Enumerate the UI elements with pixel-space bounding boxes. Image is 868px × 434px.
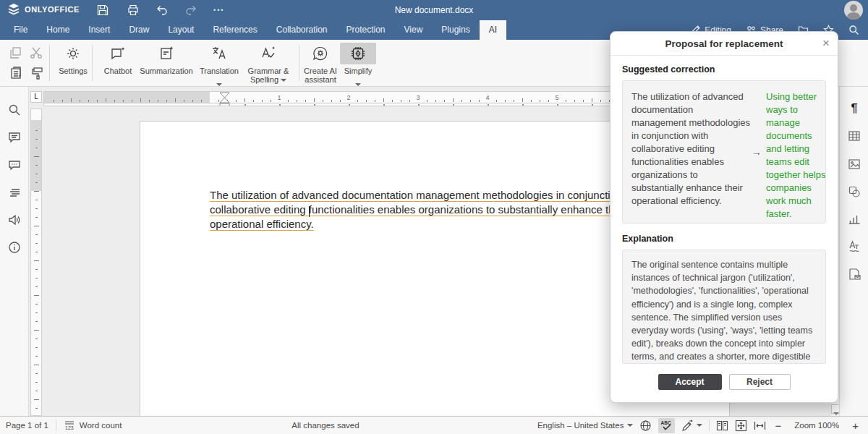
feedback-button[interactable] (8, 213, 21, 226)
translation-icon (210, 45, 228, 62)
ruler-tabstop-tick (557, 104, 558, 106)
fit-to-page-icon[interactable] (735, 420, 747, 432)
svg-text:ABC: ABC (661, 420, 671, 425)
text-line: operational efficiency. (210, 217, 644, 231)
headings-button[interactable] (8, 186, 21, 199)
vertical-ruler[interactable] (30, 109, 42, 416)
header-search-button[interactable] (848, 25, 859, 35)
fit-to-width-icon[interactable] (754, 420, 766, 432)
spellcheck-toggle[interactable]: ABC (658, 418, 675, 433)
tab-view[interactable]: View (395, 20, 433, 40)
more-actions-button[interactable]: ••• (213, 3, 224, 17)
chatbot-button[interactable]: Chatbot (99, 43, 137, 75)
hide-sidebars-icon[interactable] (716, 420, 728, 432)
ruler-tick (35, 347, 38, 348)
tab-insert[interactable]: Insert (79, 20, 119, 40)
chevron-down-icon (355, 83, 361, 86)
ruler-tick (600, 100, 601, 102)
ruler-tick (71, 98, 72, 102)
image-settings-button[interactable] (848, 158, 861, 171)
tab-collaboration[interactable]: Collaboration (267, 20, 337, 40)
word-count-button[interactable]: 123 Word count (64, 420, 122, 431)
grammar-spelling-icon (260, 45, 277, 62)
format-painter-button[interactable] (30, 66, 45, 80)
tab-stop-selector[interactable]: L (30, 91, 42, 103)
tab-ai[interactable]: AI (480, 20, 506, 40)
tab-file[interactable]: File (4, 20, 37, 40)
app-window: ONLYOFFICE ••• New document.docx (0, 0, 868, 434)
ruler-tick (158, 100, 158, 102)
chart-settings-button[interactable] (848, 213, 861, 226)
language-selector[interactable]: English – United States (537, 421, 634, 430)
paste-button[interactable] (9, 66, 23, 80)
cut-button[interactable] (29, 46, 43, 60)
mailmerge-settings-button[interactable] (848, 268, 861, 281)
zoom-in-button[interactable]: + (850, 420, 861, 432)
chevron-down-icon (281, 79, 286, 82)
grammar-spelling-button[interactable]: Grammar & Spelling (244, 43, 292, 84)
tab-layout[interactable]: Layout (158, 20, 203, 40)
search-icon (848, 25, 859, 35)
find-button[interactable] (8, 103, 21, 116)
explanation-label: Explanation (622, 234, 826, 244)
table-settings-button[interactable] (848, 129, 861, 142)
text-line: organizations to (631, 169, 747, 182)
avatar[interactable] (844, 1, 863, 20)
reject-button[interactable]: Reject (729, 374, 791, 390)
text-line: companies (766, 182, 825, 195)
text-line: The utilization of advanced documentatio… (210, 188, 644, 203)
ruler-number: 5 (553, 94, 561, 101)
ruler-tick (540, 100, 540, 102)
ruler-tick (444, 100, 445, 102)
ruler-tabstop-tick (592, 104, 593, 106)
menu-tabs: File Home Insert Draw Layout References … (4, 20, 506, 40)
close-icon[interactable]: × (822, 32, 830, 56)
document-text[interactable]: The utilization of advanced documentatio… (210, 188, 644, 231)
paragraph-settings-button[interactable]: ¶ (848, 102, 861, 115)
ruler-tick (375, 100, 375, 102)
zoom-out-button[interactable]: − (773, 420, 783, 432)
tab-draw[interactable]: Draw (119, 20, 158, 40)
simplify-button[interactable]: Simplify (340, 43, 376, 90)
ruler-tabstop-tick (314, 104, 315, 106)
document-language-icon[interactable] (639, 420, 652, 432)
ruler-tick (35, 304, 38, 305)
info-icon (8, 241, 21, 254)
translation-button[interactable]: Translation (197, 43, 242, 90)
chat-button[interactable] (8, 158, 21, 171)
redo-button[interactable] (184, 4, 197, 17)
track-changes-button[interactable] (681, 420, 702, 432)
undo-button[interactable] (156, 4, 169, 17)
tab-protection[interactable]: Protection (337, 20, 395, 40)
accept-button[interactable]: Accept (658, 374, 722, 390)
summarization-button[interactable]: Summarization (138, 43, 195, 75)
ruler-tick (88, 100, 89, 102)
tab-plugins[interactable]: Plugins (432, 20, 479, 40)
save-button[interactable] (96, 4, 109, 17)
ruler-tick (149, 100, 150, 102)
tab-home[interactable]: Home (37, 20, 79, 40)
ruler-tick (35, 208, 38, 209)
indent-marker[interactable] (218, 92, 231, 106)
about-button[interactable] (8, 241, 21, 254)
ruler-tick (288, 100, 289, 102)
shape-settings-button[interactable] (848, 185, 861, 198)
ai-settings-button[interactable]: Settings (56, 43, 90, 75)
print-button[interactable] (127, 4, 140, 17)
comments-button[interactable] (8, 131, 21, 144)
chart-icon (848, 213, 861, 226)
chatbot-icon (109, 45, 127, 62)
text-line: manage (766, 116, 825, 129)
create-ai-assistant-button[interactable]: Create AI assistant (300, 43, 341, 84)
tab-references[interactable]: References (203, 20, 266, 40)
search-icon (8, 103, 21, 116)
scroll-down-button[interactable] (831, 404, 839, 414)
ruler-tick (548, 100, 549, 102)
text-line: management methodologies (631, 116, 747, 129)
textart-settings-button[interactable] (848, 240, 861, 253)
summarization-icon (158, 45, 175, 62)
ruler-tabstop-tick (279, 104, 281, 106)
ruler-tick (184, 100, 184, 102)
copy-button[interactable] (9, 46, 23, 60)
text-line: together helps (766, 169, 825, 182)
